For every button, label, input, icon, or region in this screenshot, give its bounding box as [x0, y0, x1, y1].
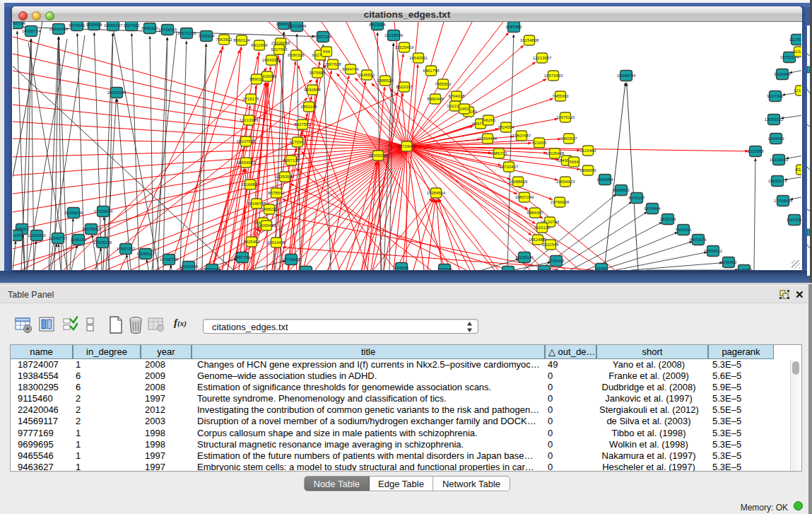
svg-text:15720407: 15720407 [500, 165, 519, 169]
svg-text:19654923: 19654923 [237, 160, 256, 165]
svg-text:9884067: 9884067 [526, 211, 543, 215]
svg-text:15692971: 15692971 [768, 179, 787, 183]
svg-text:15716485: 15716485 [282, 257, 301, 262]
svg-text:10688609: 10688609 [509, 180, 528, 184]
svg-text:134095: 134095 [394, 266, 409, 270]
svg-text:8990448: 8990448 [427, 97, 444, 101]
svg-text:1117536: 1117536 [789, 37, 801, 42]
svg-text:989013: 989013 [249, 77, 264, 81]
svg-text:10654112: 10654112 [704, 249, 723, 253]
svg-text:14055724: 14055724 [22, 29, 41, 33]
svg-text:20364436: 20364436 [478, 136, 498, 141]
svg-text:120394: 120394 [299, 269, 314, 270]
svg-text:18524851: 18524851 [529, 238, 548, 242]
svg-text:8427552: 8427552 [294, 122, 311, 127]
svg-text:2055724: 2055724 [13, 22, 25, 25]
svg-text:4170043: 4170043 [289, 140, 306, 144]
svg-text:17359924: 17359924 [94, 209, 113, 214]
svg-text:18300295: 18300295 [369, 153, 388, 158]
svg-text:12323446: 12323446 [180, 264, 199, 269]
svg-text:6794028: 6794028 [448, 94, 465, 98]
svg-text:1733426: 1733426 [548, 259, 565, 263]
svg-text:9356042: 9356042 [204, 267, 220, 270]
svg-text:12505135: 12505135 [93, 240, 112, 245]
svg-text:7625402: 7625402 [243, 240, 260, 244]
svg-text:9227342: 9227342 [767, 94, 784, 98]
svg-text:1640954: 1640954 [596, 177, 613, 182]
svg-text:7986372: 7986372 [490, 151, 507, 156]
svg-text:10807487: 10807487 [512, 134, 531, 138]
svg-text:19218506: 19218506 [384, 33, 404, 37]
svg-text:546: 546 [323, 49, 331, 54]
svg-text:20206536: 20206536 [64, 211, 83, 215]
svg-text:621600: 621600 [532, 141, 547, 145]
svg-text:9242848: 9242848 [304, 88, 321, 92]
svg-text:83220: 83220 [796, 168, 801, 172]
svg-text:8813054: 8813054 [369, 23, 386, 27]
svg-text:9115460: 9115460 [580, 148, 597, 153]
svg-text:19756928: 19756928 [551, 200, 570, 204]
svg-text:8186328: 8186328 [288, 53, 305, 57]
svg-text:16154808: 16154808 [520, 38, 539, 42]
svg-text:16671355: 16671355 [177, 31, 196, 35]
svg-text:13325419: 13325419 [395, 45, 414, 49]
svg-text:11327: 11327 [794, 49, 801, 54]
svg-text:6961758: 6961758 [423, 69, 440, 73]
svg-text:8522037: 8522037 [396, 85, 413, 89]
svg-text:1615132: 1615132 [534, 226, 551, 230]
svg-text:9457791: 9457791 [234, 255, 251, 259]
svg-text:2453: 2453 [459, 107, 469, 111]
svg-text:87645: 87645 [539, 269, 551, 270]
svg-text:1145193: 1145193 [71, 238, 88, 242]
svg-text:16210643: 16210643 [770, 158, 789, 162]
svg-text:16543382: 16543382 [262, 58, 281, 62]
svg-text:3824554: 3824554 [498, 125, 514, 129]
svg-text:12342757: 12342757 [49, 236, 68, 240]
svg-text:9327506: 9327506 [271, 47, 288, 52]
svg-text:7485063: 7485063 [552, 94, 569, 98]
svg-text:11353594: 11353594 [276, 175, 295, 179]
svg-text:16914479: 16914479 [267, 240, 286, 245]
svg-text:1527602: 1527602 [123, 23, 140, 28]
svg-text:1167534: 1167534 [787, 218, 801, 222]
svg-text:662041: 662041 [501, 269, 516, 270]
svg-text:12975115: 12975115 [556, 115, 575, 119]
svg-text:5664: 5664 [569, 160, 579, 164]
svg-text:16033809: 16033809 [288, 24, 307, 28]
svg-text:8454749: 8454749 [342, 67, 359, 71]
svg-text:7515524: 7515524 [198, 34, 215, 38]
svg-text:6466160: 6466160 [141, 26, 158, 30]
svg-text:7632621: 7632621 [675, 228, 692, 232]
svg-text:19384554: 19384554 [427, 191, 446, 195]
svg-text:10655267: 10655267 [104, 23, 123, 28]
svg-text:2087682: 2087682 [505, 25, 522, 29]
svg-text:17957253: 17957253 [117, 247, 136, 251]
svg-text:18807249: 18807249 [515, 195, 534, 199]
svg-text:16782759: 16782759 [160, 257, 179, 262]
svg-text:1588520: 1588520 [377, 78, 394, 83]
svg-text:3675685: 3675685 [309, 71, 326, 75]
svg-text:14099489: 14099489 [257, 223, 276, 228]
svg-text:7955812: 7955812 [435, 82, 452, 86]
svg-text:20053346: 20053346 [107, 90, 126, 95]
svg-text:7357224: 7357224 [314, 35, 331, 39]
svg-text:10719155: 10719155 [158, 28, 177, 32]
svg-text:18724007: 18724007 [397, 144, 416, 148]
svg-text:12093322: 12093322 [765, 117, 784, 122]
svg-text:9245052: 9245052 [736, 268, 753, 270]
svg-text:10958117: 10958117 [136, 252, 155, 256]
svg-text:1244419: 1244419 [767, 136, 784, 141]
svg-text:10107553: 10107553 [237, 139, 256, 144]
svg-text:8267130: 8267130 [283, 158, 300, 163]
svg-text:121324: 121324 [794, 88, 801, 93]
svg-text:8912954: 8912954 [251, 43, 268, 47]
svg-text:16640911: 16640911 [409, 56, 428, 60]
svg-text:9329966: 9329966 [774, 72, 791, 76]
svg-text:30975857: 30975857 [82, 227, 101, 231]
svg-text:9245652: 9245652 [720, 260, 737, 264]
svg-text:17016504: 17016504 [774, 199, 793, 203]
svg-text:9463627: 9463627 [560, 136, 577, 141]
svg-text:9899695: 9899695 [579, 168, 596, 173]
svg-text:1835604: 1835604 [86, 23, 102, 27]
svg-text:9674041: 9674041 [69, 23, 86, 28]
